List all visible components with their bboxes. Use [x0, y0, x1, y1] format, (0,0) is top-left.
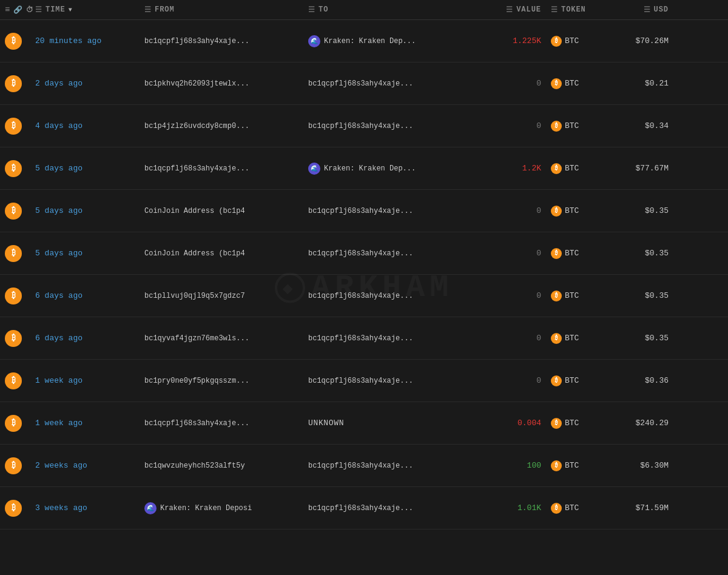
row-to-cell[interactable]: bc1qcpflj68s3ahy4xaje...	[303, 497, 473, 520]
usd-value: $0.35	[645, 206, 669, 215]
row-time-cell[interactable]: 5 days ago	[30, 241, 140, 265]
row-to-cell[interactable]: bc1qcpflj68s3ahy4xaje...	[303, 115, 473, 138]
header-token[interactable]: ☰ TOKEN	[546, 5, 607, 15]
kraken-to-icon: 🌊	[308, 35, 320, 47]
row-from-cell[interactable]: bc1qyvaf4jgzn76me3wls...	[140, 327, 303, 350]
header-value[interactable]: ☰ VALUE	[473, 5, 546, 15]
row-icon-cell: ₿	[0, 25, 30, 57]
from-address: CoinJoin Address (bc1p4	[144, 249, 245, 258]
link-icon[interactable]: 🔗	[13, 5, 23, 15]
token-name: BTC	[565, 376, 579, 385]
row-to-cell[interactable]: bc1qcpflj68s3ahy4xaje...	[303, 242, 473, 265]
from-address: bc1qcpflj68s3ahy4xaje...	[144, 164, 249, 173]
usd-filter-icon: ☰	[644, 5, 651, 15]
row-from-cell[interactable]: bc1pllvuj0qjl9q5x7gdzc7	[140, 284, 303, 308]
header-from[interactable]: ☰ FROM	[140, 5, 303, 15]
list-icon[interactable]: ≡	[5, 5, 10, 15]
row-usd-cell: $0.21	[607, 72, 673, 95]
from-filter-icon: ☰	[144, 5, 152, 15]
row-time-cell[interactable]: 1 week ago	[30, 411, 140, 435]
row-from-cell[interactable]: bc1qcpflj68s3ahy4xaje...	[140, 30, 303, 53]
table-row[interactable]: ₿5 days agoCoinJoin Address (bc1p4bc1qcp…	[0, 232, 728, 275]
row-icon-cell: ₿	[0, 323, 30, 354]
row-time-cell[interactable]: 2 days ago	[30, 72, 140, 95]
row-usd-cell: $0.36	[607, 369, 673, 392]
header-to[interactable]: ☰ TO	[303, 5, 473, 15]
table-row[interactable]: ₿20 minutes agobc1qcpflj68s3ahy4xaje...🌊…	[0, 20, 728, 62]
to-address: bc1qcpflj68s3ahy4xaje...	[308, 292, 413, 300]
table-row[interactable]: ₿1 week agobc1qcpflj68s3ahy4xaje...UNKNO…	[0, 402, 728, 445]
row-token-cell: ₿BTC	[546, 29, 607, 54]
row-time-cell[interactable]: 20 minutes ago	[30, 29, 140, 53]
row-token-cell: ₿BTC	[546, 156, 607, 181]
header-time[interactable]: ☰ TIME ▼	[30, 5, 140, 15]
to-filter-icon: ☰	[308, 5, 315, 15]
token-btc-icon: ₿	[551, 248, 562, 259]
usd-value: $71.59M	[635, 503, 669, 513]
row-to-cell[interactable]: bc1qcpflj68s3ahy4xaje...	[303, 454, 473, 477]
kraken-to-label: Kraken: Kraken Dep...	[324, 37, 416, 45]
row-to-cell[interactable]: 🌊Kraken: Kraken Dep...	[303, 28, 473, 55]
token-name: BTC	[565, 79, 579, 88]
row-from-cell[interactable]: bc1qcpflj68s3ahy4xaje...	[140, 412, 303, 435]
header-usd[interactable]: ☰ USD	[607, 5, 673, 15]
row-time-cell[interactable]: 6 days ago	[30, 326, 140, 350]
row-to-cell[interactable]: bc1qcpflj68s3ahy4xaje...	[303, 200, 473, 223]
table-row[interactable]: ₿1 week agobc1pry0ne0yf5pkgqsszm...bc1qc…	[0, 360, 728, 402]
table-row[interactable]: ₿6 days agobc1qyvaf4jgzn76me3wls...bc1qc…	[0, 317, 728, 360]
row-to-cell[interactable]: bc1qcpflj68s3ahy4xaje...	[303, 369, 473, 392]
value-label: VALUE	[516, 5, 541, 14]
row-from-cell[interactable]: CoinJoin Address (bc1p4	[140, 242, 303, 265]
row-icon-cell: ₿	[0, 68, 30, 99]
row-to-cell[interactable]: 🌊Kraken: Kraken Dep...	[303, 155, 473, 182]
row-time-cell[interactable]: 1 week ago	[30, 369, 140, 392]
row-value-cell: 0	[473, 284, 546, 308]
value-amount: 100	[527, 461, 541, 470]
row-from-cell[interactable]: 🌊Kraken: Kraken Deposi	[140, 495, 303, 522]
row-from-cell[interactable]: CoinJoin Address (bc1p4	[140, 200, 303, 223]
table-row[interactable]: ₿3 weeks ago🌊Kraken: Kraken Deposibc1qcp…	[0, 487, 728, 530]
table-row[interactable]: ₿2 days agobc1pkhvq2h62093jtewlx...bc1qc…	[0, 62, 728, 105]
row-icon-cell: ₿	[0, 450, 30, 482]
table-row[interactable]: ₿6 days agobc1pllvuj0qjl9q5x7gdzc7bc1qcp…	[0, 275, 728, 317]
row-icon-cell: ₿	[0, 238, 30, 269]
time-sort-icon[interactable]: ▼	[69, 7, 73, 13]
btc-icon: ₿	[5, 118, 22, 135]
row-from-cell[interactable]: bc1p4jzlz6uvdcdy8cmp0...	[140, 115, 303, 138]
row-usd-cell: $77.67M	[607, 156, 673, 180]
row-to-cell[interactable]: bc1qcpflj68s3ahy4xaje...	[303, 284, 473, 308]
row-from-cell[interactable]: bc1qcpflj68s3ahy4xaje...	[140, 157, 303, 180]
table-row[interactable]: ₿2 weeks agobc1qwvzuheyhch523alft5ybc1qc…	[0, 445, 728, 487]
row-time-cell[interactable]: 2 weeks ago	[30, 454, 140, 477]
value-amount: 0	[536, 206, 541, 215]
row-from-cell[interactable]: bc1qwvzuheyhch523alft5y	[140, 454, 303, 477]
row-token-cell: ₿BTC	[546, 411, 607, 436]
row-to-cell[interactable]: bc1qcpflj68s3ahy4xaje...	[303, 72, 473, 95]
row-time-cell[interactable]: 5 days ago	[30, 199, 140, 223]
row-time-cell[interactable]: 3 weeks ago	[30, 496, 140, 520]
btc-icon: ₿	[5, 372, 22, 389]
from-address: bc1p4jzlz6uvdcdy8cmp0...	[144, 122, 249, 130]
value-amount: 0	[536, 291, 541, 300]
row-to-cell[interactable]: UNKNOWN	[303, 411, 473, 435]
to-address: bc1qcpflj68s3ahy4xaje...	[308, 377, 413, 385]
row-usd-cell: $0.35	[607, 326, 673, 350]
row-time-cell[interactable]: 5 days ago	[30, 156, 140, 180]
row-time-cell[interactable]: 6 days ago	[30, 284, 140, 308]
token-name: BTC	[565, 291, 579, 300]
time-value: 1 week ago	[35, 419, 83, 428]
unknown-to-label: UNKNOWN	[308, 419, 344, 428]
row-time-cell[interactable]: 4 days ago	[30, 114, 140, 138]
table-row[interactable]: ₿5 days agoCoinJoin Address (bc1p4bc1qcp…	[0, 190, 728, 232]
time-value: 20 minutes ago	[35, 36, 101, 45]
table-row[interactable]: ₿5 days agobc1qcpflj68s3ahy4xaje...🌊Krak…	[0, 147, 728, 190]
time-value: 5 days ago	[35, 164, 83, 173]
table-row[interactable]: ₿4 days agobc1p4jzlz6uvdcdy8cmp0...bc1qc…	[0, 105, 728, 147]
row-to-cell[interactable]: bc1qcpflj68s3ahy4xaje...	[303, 327, 473, 350]
token-btc-icon: ₿	[551, 36, 562, 47]
row-usd-cell: $0.34	[607, 114, 673, 138]
row-from-cell[interactable]: bc1pkhvq2h62093jtewlx...	[140, 72, 303, 95]
row-from-cell[interactable]: bc1pry0ne0yf5pkgqsszm...	[140, 369, 303, 392]
to-address: bc1qcpflj68s3ahy4xaje...	[308, 462, 413, 470]
row-usd-cell: $6.30M	[607, 454, 673, 477]
